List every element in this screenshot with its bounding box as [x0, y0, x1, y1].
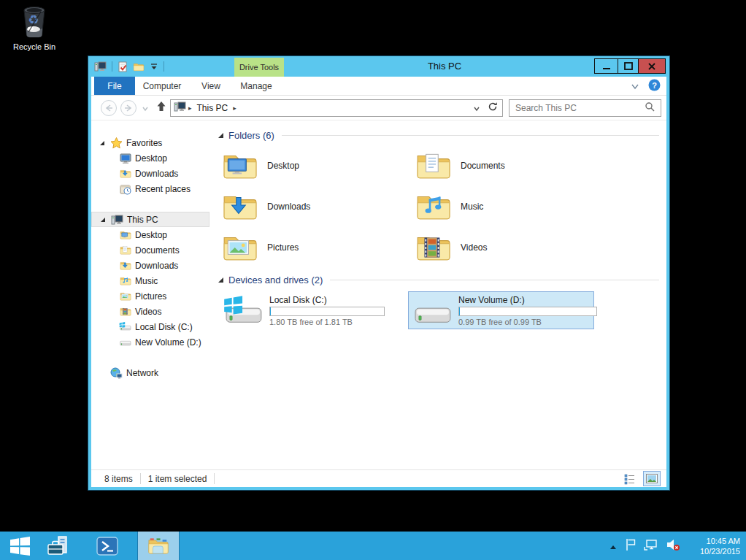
toolbar-separator: [112, 61, 112, 72]
sidebar-item-this-pc[interactable]: This PC: [91, 212, 209, 227]
folder-download-icon: [119, 261, 131, 270]
folder-pictures-icon: [119, 291, 131, 301]
network-status-icon[interactable]: [644, 538, 658, 554]
sidebar-item-documents[interactable]: Documents: [91, 242, 212, 258]
server-manager-button[interactable]: [39, 532, 76, 560]
folders-group-title[interactable]: Folders (6): [228, 130, 274, 141]
folder-tile-pictures[interactable]: Pictures: [222, 230, 404, 265]
sidebar-item-videos[interactable]: Videos: [91, 304, 212, 319]
tab-file[interactable]: File: [94, 77, 135, 95]
show-hidden-icons-chevron-icon[interactable]: [609, 540, 618, 553]
address-bar[interactable]: ▸ This PC ▸: [170, 99, 503, 117]
sidebar-item-recent-places[interactable]: Recent places: [91, 181, 212, 196]
system-tray: 10:45 AM 10/23/2015: [609, 532, 746, 560]
taskbar-clock[interactable]: 10:45 AM 10/23/2015: [692, 536, 740, 556]
drive-name: New Volume (D:): [458, 295, 597, 305]
refresh-icon[interactable]: [488, 101, 498, 115]
recycle-bin[interactable]: ♻ Recycle Bin: [6, 4, 63, 51]
sidebar-item-favorites[interactable]: Favorites: [91, 135, 212, 150]
folder-desktop-icon: [119, 230, 131, 239]
breadcrumb-arrow-icon[interactable]: ▸: [233, 104, 237, 112]
folders-group-header[interactable]: Folders (6): [218, 129, 659, 141]
sidebar-item-label: Network: [126, 368, 158, 378]
collapse-triangle-icon[interactable]: [218, 277, 223, 283]
new-folder-icon[interactable]: [133, 62, 145, 72]
folder-tile-desktop[interactable]: Desktop: [222, 148, 404, 183]
tab-manage[interactable]: Manage: [231, 77, 281, 95]
devices-group-title[interactable]: Devices and drives (2): [228, 275, 323, 285]
folder-label: Videos: [461, 242, 487, 253]
sidebar-item-downloads[interactable]: Downloads: [91, 166, 212, 181]
minimize-ribbon-chevron-icon[interactable]: [631, 80, 639, 93]
toolbar-separator: [164, 61, 164, 72]
search-box[interactable]: Search This PC: [509, 99, 661, 117]
breadcrumb-arrow-icon[interactable]: ▸: [188, 104, 192, 112]
ribbon-tab-row: FileComputerViewManage?: [91, 77, 666, 96]
recent-places-icon: [119, 183, 131, 195]
help-icon[interactable]: ?: [648, 79, 661, 94]
tab-view[interactable]: View: [191, 77, 231, 95]
drive-windows-icon: [223, 294, 264, 326]
sidebar-item-label: Music: [135, 276, 158, 286]
sidebar-item-music[interactable]: Music: [91, 273, 212, 288]
customize-toolbar-chevron-icon[interactable]: [150, 62, 158, 71]
recent-locations-chevron-icon[interactable]: [142, 101, 149, 115]
devices-group-header[interactable]: Devices and drives (2): [218, 274, 659, 285]
explorer-window: Drive Tools This PC FileComputerViewMana…: [88, 55, 670, 491]
file-explorer-icon: [147, 537, 169, 556]
start-button[interactable]: [0, 532, 39, 560]
large-icons-view-button[interactable]: [643, 471, 661, 486]
powershell-button[interactable]: [89, 532, 126, 560]
drive-windows-icon: [119, 321, 131, 331]
close-button[interactable]: [639, 58, 666, 74]
file-explorer-button[interactable]: [137, 532, 180, 560]
maximize-button[interactable]: [618, 58, 639, 74]
computer-icon[interactable]: [94, 61, 107, 72]
breadcrumb[interactable]: This PC: [197, 103, 228, 113]
network-icon: [110, 367, 123, 379]
volume-muted-icon[interactable]: [666, 538, 680, 554]
folder-tile-music[interactable]: Music: [415, 189, 598, 224]
up-button[interactable]: [155, 101, 167, 115]
back-button[interactable]: [101, 100, 117, 116]
sidebar-item-local-disk-c-[interactable]: Local Disk (C:): [91, 319, 212, 334]
drive-tile-new-volume-d-[interactable]: New Volume (D:)0.99 TB free of 0.99 TB: [408, 291, 594, 329]
sidebar-item-pictures[interactable]: Pictures: [91, 288, 212, 304]
svg-text:?: ?: [652, 80, 657, 89]
capacity-bar-fill: [459, 307, 460, 315]
address-dropdown-chevron-icon[interactable]: [473, 101, 480, 115]
folder-tile-downloads[interactable]: Downloads: [222, 189, 404, 224]
this-pc-icon: [174, 101, 186, 115]
drive-tile-local-disk-c-[interactable]: Local Disk (C:)1.80 TB free of 1.81 TB: [219, 291, 405, 329]
properties-icon[interactable]: [118, 61, 128, 72]
action-center-flag-icon[interactable]: [625, 538, 637, 554]
sidebar-item-label: New Volume (D:): [135, 337, 201, 348]
search-icon[interactable]: [645, 101, 655, 115]
folder-tile-videos[interactable]: Videos: [415, 230, 598, 265]
sidebar-item-label: Documents: [135, 245, 180, 256]
sidebar-item-downloads[interactable]: Downloads: [91, 258, 212, 273]
folder-label: Desktop: [267, 161, 299, 171]
tab-computer[interactable]: Computer: [135, 77, 189, 95]
sidebar-item-new-volume-d-[interactable]: New Volume (D:): [91, 334, 212, 350]
search-placeholder: Search This PC: [515, 103, 645, 113]
up-arrow-icon: [155, 101, 167, 112]
folder-label: Documents: [461, 161, 505, 171]
minimize-button[interactable]: [594, 58, 618, 74]
navigation-bar: ▸ This PC ▸ Search This PC: [91, 96, 666, 120]
sidebar-spacer: [91, 196, 212, 212]
folder-tile-documents[interactable]: Documents: [415, 148, 598, 183]
sidebar-item-desktop[interactable]: Desktop: [91, 227, 212, 242]
collapse-triangle-icon[interactable]: [218, 133, 223, 138]
sidebar-item-desktop[interactable]: Desktop: [91, 150, 212, 166]
sidebar-item-network[interactable]: Network: [91, 365, 212, 380]
details-view-button[interactable]: [621, 471, 639, 487]
sidebar-item-label: Local Disk (C:): [135, 322, 193, 332]
forward-button[interactable]: [120, 100, 136, 116]
expanded-triangle-icon[interactable]: [100, 141, 104, 145]
view-switcher: [621, 471, 661, 487]
expanded-triangle-icon[interactable]: [101, 218, 105, 222]
drive-icon: [119, 337, 131, 347]
sidebar-item-label: Videos: [135, 307, 161, 317]
drive-tools-contextual-tab[interactable]: Drive Tools: [234, 58, 284, 77]
